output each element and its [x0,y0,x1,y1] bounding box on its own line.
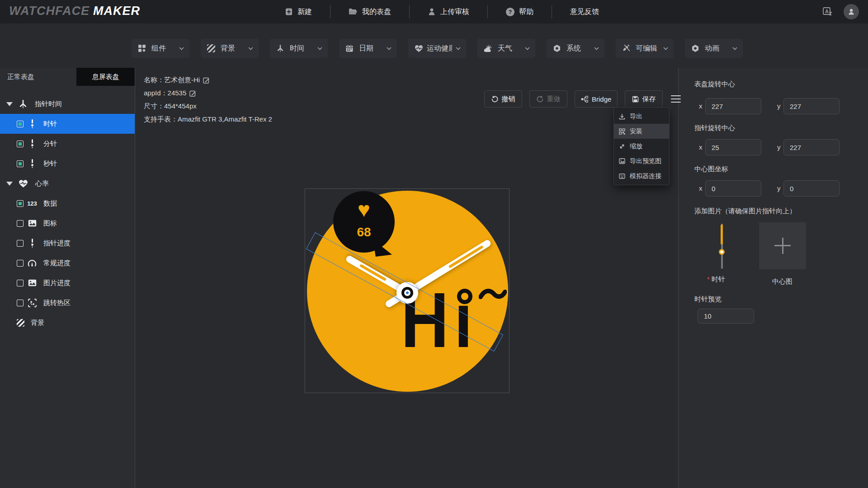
watchface-canvas[interactable]: ♥ 68 Hı [305,188,509,393]
tab-label: 正常表盘 [7,73,34,81]
redo-button[interactable]: 重做 [529,90,567,108]
image-icon [619,158,625,164]
tree-item-minute-hand[interactable]: 分针 [0,134,135,154]
info-name-line: 名称：艺术创意-Hi [144,73,272,86]
menu-label: 导出预览图 [630,157,661,165]
tree-item-pointer-progress[interactable]: 指针进度 [0,233,135,253]
checkbox-fill [19,202,22,205]
tree-item-image-progress[interactable]: 图片进度 [0,273,135,293]
toolbar-dropdown-components[interactable]: 组件 [132,39,189,58]
toolbar-dropdown-time[interactable]: 时间 [270,39,328,58]
chevron-down-icon [594,47,599,50]
preview-label: 时针预览 [694,295,722,304]
save-icon [632,96,639,103]
hand-preview-input[interactable] [698,309,754,324]
group-label: 心率 [35,179,49,188]
image-icon [27,220,37,227]
nav-new-button[interactable]: 新建 [267,0,330,23]
dial-rotation-y-input[interactable] [783,98,840,114]
info-size-line: 尺寸：454*454px [144,99,272,113]
stripes-icon [207,44,215,52]
checkbox-unchecked[interactable] [17,300,24,306]
center-image-y-input[interactable] [783,180,840,197]
checkbox-checked[interactable] [17,121,24,127]
tree-item-regular-progress[interactable]: 常规进度 [0,253,135,273]
tree-item-jump-hotspot[interactable]: 跳转热区 [0,293,135,313]
edit-icon[interactable] [203,77,210,84]
nav-feedback-button[interactable]: 意见反馈 [552,0,617,23]
save-button[interactable]: 保存 [625,90,663,108]
menu-item-install[interactable]: 安装 [614,124,669,139]
toolbar-dropdown-background[interactable]: 背景 [201,39,259,58]
toolbar-label: 天气 [498,44,519,53]
toolbar-label: 日期 [359,44,381,53]
tree-item-second-hand[interactable]: 秒针 [0,154,135,174]
hexagon-icon [691,44,699,52]
button-label: 撤销 [502,95,515,103]
toolbar-dropdown-health[interactable]: 运动健康 [408,39,466,58]
translate-icon[interactable]: A [822,6,833,17]
section-title-dial-rotation-center: 表盘旋转中心 [694,80,735,89]
checkbox-checked[interactable] [17,200,24,207]
checkbox-checked[interactable] [17,141,24,147]
nut-icon [553,44,561,52]
undo-icon [491,96,498,103]
checkbox-checked[interactable] [17,160,24,167]
file-plus-icon [285,8,293,16]
item-label: 跳转热区 [43,299,71,307]
nav-upload-review-button[interactable]: 上传审核 [410,0,487,23]
weather-icon [484,45,492,52]
toolbar-label: 运动健康 [427,44,452,53]
menu-item-scale[interactable]: 缩放 [614,139,669,154]
info-size-value: 454*454px [164,99,197,113]
tree-item-icon[interactable]: 图标 [0,213,135,233]
nav-my-watchfaces-button[interactable]: 我的表盘 [330,0,409,23]
checkbox-unchecked[interactable] [17,280,24,286]
heart-pulse-icon [415,45,423,52]
tree-item-data[interactable]: 123 数据 [0,193,135,213]
nav-help-button[interactable]: ? 帮助 [488,0,552,23]
dial-rotation-x-input[interactable] [705,98,761,114]
toolbar-dropdown-animation[interactable]: 动画 [685,39,743,58]
y-axis-label: y [777,143,781,151]
bridge-button[interactable]: Bridge [575,90,618,108]
add-center-image-button[interactable] [759,222,806,269]
item-label: 数据 [43,199,57,208]
triangle-down-icon[interactable] [6,102,13,106]
checkbox-unchecked[interactable] [17,240,24,247]
tree-group-heart-rate[interactable]: 心率 [0,174,135,193]
heart-icon: ♥ [333,199,395,220]
edit-icon[interactable] [189,90,196,97]
undo-button[interactable]: 撤销 [484,90,522,108]
more-menu-button[interactable] [671,95,681,103]
menu-item-export[interactable]: 导出 [614,109,669,124]
checkbox-unchecked[interactable] [17,260,24,267]
tree-item-hour-hand[interactable]: 时针 [0,114,135,134]
add-image-hint: 添加图片（请确保图片指针向上） [694,207,796,216]
menu-label: 安装 [630,127,642,136]
toolbar-dropdown-weather[interactable]: 天气 [477,39,535,58]
label-text: 时针 [712,275,725,283]
tree-group-pointer-time[interactable]: 指针时间 [0,94,135,114]
info-name-value: 艺术创意-Hi [164,73,200,86]
toolbar-label: 背景 [221,44,243,53]
tree-item-background[interactable]: 背景 [0,313,135,333]
bridge-nodes-icon [581,96,588,103]
checkbox-unchecked[interactable] [17,220,24,227]
avatar[interactable] [844,4,859,19]
tab-aod-watchface[interactable]: 息屏表盘 [76,68,135,86]
hand-rotation-y-input[interactable] [783,139,840,155]
toolbar-dropdown-date[interactable]: 日期 [339,39,397,58]
menu-item-export-preview[interactable]: 导出预览图 [614,154,669,169]
hand-icon [27,238,37,248]
heart-rate-value: 68 [333,225,395,239]
tab-normal-watchface[interactable]: 正常表盘 [0,68,76,86]
hour-hand-thumbnail[interactable] [719,224,725,269]
toolbar-dropdown-system[interactable]: 系统 [547,39,604,58]
toolbar-dropdown-editable[interactable]: 可编辑 [616,39,674,58]
hand-rotation-x-input[interactable] [705,139,761,155]
menu-item-simulator-connect[interactable]: 模拟器连接 [614,169,669,183]
center-image-x-input[interactable] [705,180,761,197]
triangle-down-icon[interactable] [6,182,13,186]
toolbar-label: 系统 [566,44,589,53]
